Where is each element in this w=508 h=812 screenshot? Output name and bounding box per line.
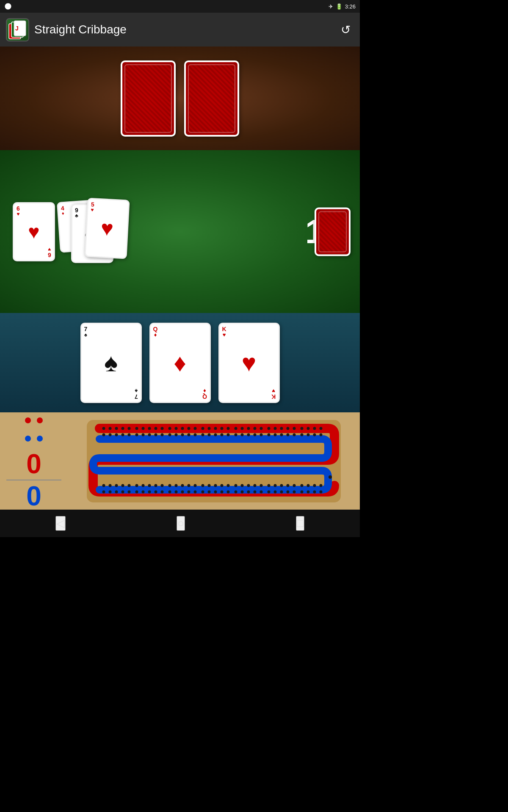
svg-point-16 — [175, 427, 178, 430]
score-divider — [6, 480, 61, 480]
svg-point-27 — [247, 427, 250, 430]
card-corner-bottom: 6 ♥ — [48, 247, 51, 258]
player-card-qd[interactable]: Q ♦ ♦ Q ♦ — [149, 323, 211, 403]
player-area: 7 ♠ ♠ 7 ♠ Q ♦ ♦ Q ♦ K ♥ ♥ K ♥ — [0, 313, 360, 412]
card-corner-top: Q ♦ — [153, 326, 158, 337]
svg-point-99 — [274, 484, 277, 487]
svg-point-74 — [109, 484, 112, 487]
svg-point-65 — [274, 433, 277, 436]
svg-point-131 — [260, 490, 263, 493]
svg-point-22 — [214, 427, 217, 430]
svg-point-136 — [293, 490, 296, 493]
played-card-6h: 6 ♥ ♥ 6 ♥ — [13, 202, 55, 261]
svg-point-121 — [194, 490, 197, 493]
svg-point-81 — [155, 484, 157, 487]
svg-point-125 — [221, 490, 224, 493]
app-bar: J Straight Cribbage ↺ — [0, 13, 360, 47]
svg-point-57 — [221, 433, 224, 436]
card-corner: 4 ♦ — [61, 205, 65, 216]
svg-point-129 — [247, 490, 250, 493]
svg-point-89 — [208, 484, 211, 487]
svg-point-28 — [254, 427, 257, 430]
player-card-7s[interactable]: 7 ♠ ♠ 7 ♠ — [80, 323, 142, 403]
player-card-kh[interactable]: K ♥ ♥ K ♥ — [218, 323, 280, 403]
svg-point-15 — [168, 427, 171, 430]
svg-point-7 — [115, 427, 118, 430]
svg-point-123 — [208, 490, 211, 493]
svg-point-88 — [202, 484, 204, 487]
status-right: ✈ 🔋 3:26 — [329, 3, 356, 10]
svg-point-19 — [194, 427, 197, 430]
app-title: Straight Cribbage — [34, 23, 127, 36]
svg-point-44 — [135, 433, 138, 436]
svg-point-84 — [175, 484, 178, 487]
svg-point-126 — [227, 490, 230, 493]
play-area: 6 ♥ ♥ 6 ♥ 4 ♦ ♦ 9 ♣ — [0, 150, 360, 313]
svg-point-110 — [121, 490, 124, 493]
svg-point-113 — [142, 490, 145, 493]
svg-point-77 — [128, 484, 131, 487]
crib-board-area: 0 0 — [0, 412, 360, 510]
card-corner-top: 7 ♠ — [84, 326, 88, 337]
stacked-cards: 4 ♦ ♦ 9 ♣ ♣ 5 ♥ ♥ — [58, 199, 126, 264]
svg-point-63 — [260, 433, 263, 436]
svg-point-56 — [214, 433, 217, 436]
svg-point-138 — [307, 490, 310, 493]
home-button[interactable]: ○ — [177, 516, 185, 531]
svg-point-120 — [188, 490, 190, 493]
svg-point-40 — [109, 433, 112, 436]
svg-point-60 — [241, 433, 244, 436]
svg-point-104 — [307, 484, 310, 487]
svg-point-96 — [254, 484, 257, 487]
svg-point-23 — [221, 427, 224, 430]
svg-point-71 — [313, 433, 316, 436]
svg-point-48 — [161, 433, 164, 436]
svg-point-119 — [181, 490, 184, 493]
card-corner-bottom: 7 ♠ — [135, 388, 138, 400]
svg-point-140 — [320, 490, 323, 493]
svg-point-137 — [301, 490, 304, 493]
svg-point-55 — [208, 433, 211, 436]
svg-point-101 — [287, 484, 290, 487]
svg-point-54 — [202, 433, 204, 436]
card-corner: 9 ♣ — [75, 207, 78, 218]
opponent-area — [0, 47, 360, 150]
opponent-card-1 — [121, 60, 176, 137]
svg-point-42 — [121, 433, 124, 436]
svg-point-98 — [268, 484, 271, 487]
svg-point-9 — [128, 427, 131, 430]
svg-point-50 — [175, 433, 178, 436]
back-button[interactable]: ◁ — [55, 516, 66, 531]
app-icon: J — [6, 18, 29, 41]
svg-point-36 — [307, 427, 310, 430]
svg-point-21 — [208, 427, 211, 430]
svg-point-82 — [161, 484, 164, 487]
app-bar-left: J Straight Cribbage — [6, 18, 127, 41]
status-left — [4, 3, 12, 10]
svg-point-69 — [301, 433, 304, 436]
svg-point-97 — [260, 484, 263, 487]
svg-point-127 — [235, 490, 237, 493]
svg-point-108 — [109, 490, 112, 493]
svg-point-133 — [274, 490, 277, 493]
board-svg — [72, 420, 356, 502]
svg-point-135 — [287, 490, 290, 493]
svg-point-73 — [102, 484, 105, 487]
nav-bar: ◁ ○ □ — [0, 510, 360, 537]
svg-point-58 — [227, 433, 230, 436]
svg-point-93 — [235, 484, 237, 487]
svg-point-49 — [168, 433, 171, 436]
crib-card[interactable] — [315, 207, 351, 256]
peg-blue-2 — [37, 436, 43, 442]
refresh-button[interactable]: ↺ — [337, 19, 354, 40]
svg-point-41 — [115, 433, 118, 436]
svg-point-128 — [241, 490, 244, 493]
svg-point-37 — [313, 427, 316, 430]
svg-point-115 — [155, 490, 157, 493]
svg-point-13 — [155, 427, 157, 430]
svg-point-94 — [241, 484, 244, 487]
recent-button[interactable]: □ — [296, 516, 304, 531]
svg-point-34 — [293, 427, 296, 430]
card-corner-bottom: K ♥ — [271, 388, 276, 400]
svg-point-105 — [313, 484, 316, 487]
